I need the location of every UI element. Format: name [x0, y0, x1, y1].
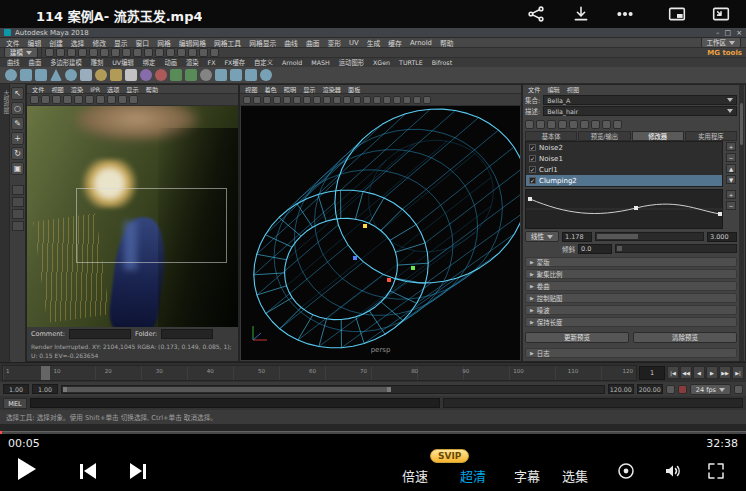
stack-button[interactable]: +: [726, 142, 736, 151]
snap-point[interactable]: [111, 48, 120, 57]
menu-item[interactable]: 修改: [91, 38, 107, 47]
display-layers[interactable]: [210, 48, 219, 57]
download-icon[interactable]: [572, 5, 590, 23]
ramp-widget[interactable]: [525, 189, 723, 229]
wireframe-icon[interactable]: [363, 96, 371, 104]
xgen-clump-icon[interactable]: [613, 120, 622, 129]
lasso-tool[interactable]: ○: [11, 102, 24, 115]
ramp-add-button[interactable]: +: [726, 190, 736, 199]
shelf-tab[interactable]: UV编辑: [111, 58, 135, 67]
poly-sphere[interactable]: [5, 69, 17, 81]
command-line-input[interactable]: [30, 398, 440, 408]
shelf-tab[interactable]: 运动图形: [338, 58, 365, 67]
poly-cylinder[interactable]: [35, 69, 47, 81]
next-video-button[interactable]: [130, 463, 146, 479]
component-handle[interactable]: [353, 256, 357, 260]
window-button[interactable]: –: [716, 29, 720, 37]
miniplayer-icon[interactable]: [616, 461, 636, 481]
shadows-icon[interactable]: [403, 96, 411, 104]
render-current[interactable]: [177, 48, 186, 57]
exposure-icon[interactable]: [107, 95, 116, 104]
transport-button[interactable]: ▶▶: [719, 366, 731, 379]
xgen-bottom-button[interactable]: 更新预览: [525, 332, 629, 343]
resolution-gate-icon[interactable]: [313, 96, 321, 104]
fps-selector[interactable]: 24 fps: [690, 384, 731, 395]
sculpt-tool[interactable]: [155, 69, 167, 81]
select-tool[interactable]: ↖: [11, 87, 24, 100]
log-section[interactable]: 日志: [525, 348, 737, 358]
share-icon[interactable]: [527, 5, 545, 23]
rgb-channel-icon[interactable]: [85, 95, 94, 104]
xgen-new-icon[interactable]: [525, 120, 534, 129]
component-handle[interactable]: [411, 266, 415, 270]
menu-item[interactable]: 网格工具: [213, 38, 242, 47]
window-button[interactable]: ×: [736, 29, 742, 37]
playhead[interactable]: [41, 366, 50, 380]
shelf-tab[interactable]: FX: [207, 59, 217, 66]
multi-cut[interactable]: [185, 69, 197, 81]
menu-item[interactable]: 缓存: [387, 38, 403, 47]
render-image[interactable]: [27, 106, 238, 327]
redo-render-icon[interactable]: [52, 95, 61, 104]
collapsed-section[interactable]: 控制贴图: [525, 293, 737, 303]
paint-effects[interactable]: [140, 69, 152, 81]
smooth[interactable]: [260, 69, 272, 81]
menu-item[interactable]: 显示: [113, 38, 129, 47]
tilt-slider[interactable]: [615, 244, 737, 253]
xray-icon[interactable]: [413, 96, 421, 104]
snap-plane[interactable]: [122, 48, 131, 57]
poly-plane[interactable]: [80, 69, 92, 81]
panel-menu-item[interactable]: 视图: [244, 85, 258, 93]
select-camera-icon[interactable]: [243, 96, 251, 104]
region-render-icon[interactable]: [63, 95, 72, 104]
menu-item[interactable]: 编辑网格: [178, 38, 207, 47]
playback-end-field[interactable]: 200.00: [637, 384, 663, 394]
menu-item[interactable]: 曲线: [283, 38, 299, 47]
more-icon[interactable]: [616, 5, 634, 23]
ipr-render[interactable]: [188, 48, 197, 57]
workspace-selector[interactable]: 工作区: [701, 38, 742, 47]
ramp-value-input[interactable]: 1.178: [562, 232, 592, 242]
volume-icon[interactable]: [662, 461, 682, 481]
animation-end-field[interactable]: 120.00: [608, 384, 634, 394]
select-object[interactable]: [67, 48, 76, 57]
menu-item[interactable]: 选择: [70, 38, 86, 47]
nurbs-circle[interactable]: [95, 69, 107, 81]
stack-button[interactable]: −: [726, 153, 736, 162]
xgen-tab[interactable]: 实用程序: [685, 131, 737, 141]
xgen-guide-icon[interactable]: [591, 120, 600, 129]
modifier-row[interactable]: Clumping2: [526, 175, 722, 186]
shelf-tab[interactable]: FX缓存: [224, 58, 247, 67]
shelf-tab[interactable]: 绑定: [142, 58, 157, 67]
collapsed-section[interactable]: 保持长度: [525, 317, 737, 327]
menu-item[interactable]: 帮助: [439, 38, 455, 47]
panel-menu-item[interactable]: 文件: [31, 85, 45, 93]
output-connections[interactable]: [155, 48, 164, 57]
animation-preferences-icon[interactable]: [734, 385, 743, 394]
panel-menu-item[interactable]: 编辑: [546, 85, 560, 94]
range-slider[interactable]: [61, 385, 605, 394]
gate-mask-icon[interactable]: [323, 96, 331, 104]
xgen-bottom-button[interactable]: 清除预览: [633, 332, 737, 343]
menu-item[interactable]: 生成: [366, 38, 382, 47]
play-button[interactable]: [18, 458, 36, 480]
xgen-tab[interactable]: 基本体: [525, 131, 577, 141]
move-tool[interactable]: +: [11, 132, 24, 145]
render-icon[interactable]: [30, 95, 39, 104]
panel-menu-item[interactable]: 显示: [125, 85, 139, 93]
checkbox-icon[interactable]: [529, 166, 536, 173]
checkbox-icon[interactable]: [529, 177, 536, 184]
render-settings[interactable]: [199, 48, 208, 57]
character-set-icon[interactable]: [666, 385, 675, 394]
film-gate-icon[interactable]: [303, 96, 311, 104]
extrude[interactable]: [230, 69, 242, 81]
menu-item[interactable]: 曲面: [305, 38, 321, 47]
xgen-tab[interactable]: 预览/输出: [578, 131, 630, 141]
menu-item[interactable]: 网格: [156, 38, 172, 47]
text-tool[interactable]: [125, 69, 137, 81]
xgen-save-icon[interactable]: [547, 120, 556, 129]
fullscreen-icon[interactable]: [706, 461, 726, 481]
picture-in-picture-icon[interactable]: [668, 5, 686, 23]
transport-button[interactable]: |◀: [667, 366, 679, 379]
select-component[interactable]: [78, 48, 87, 57]
